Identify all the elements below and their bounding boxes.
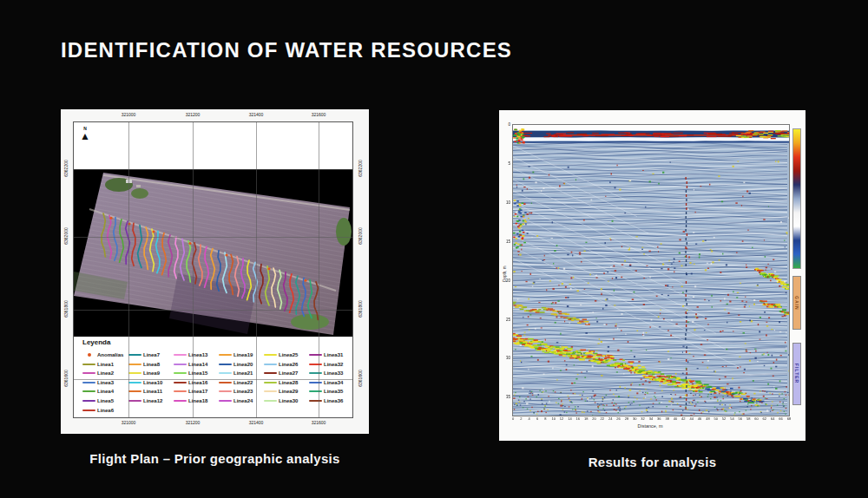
legend-swatch (88, 353, 91, 357)
map-ytick-right: 6361600 (358, 365, 363, 391)
legend-label: Linea30 (279, 398, 298, 403)
legend-title: Leyenda (82, 338, 110, 346)
radar-ytick: 0 (501, 122, 510, 127)
legend-swatch (219, 372, 232, 374)
legend-label: Linea24 (233, 398, 253, 403)
legend-label: Linea9 (143, 370, 160, 376)
legend-swatch (264, 372, 277, 374)
legend-label: Linea13 (188, 352, 207, 357)
legend-item: Linea23 (219, 389, 253, 394)
legend-label: Linea23 (233, 389, 253, 394)
legend-item: Linea26 (264, 362, 298, 367)
legend-item: Linea32 (309, 362, 343, 367)
radargram: Depth, m Distance, m GAIN FILTER 0510152… (499, 110, 806, 441)
legend-swatch (174, 372, 187, 374)
legend-swatch (128, 382, 141, 383)
legend-item: Linea9 (128, 370, 160, 376)
legend-item: Linea5 (82, 398, 114, 403)
legend-swatch (82, 390, 95, 392)
legend-item: Linea12 (128, 398, 162, 403)
map-gridline-v (193, 121, 194, 418)
legend-label: Linea16 (188, 380, 207, 385)
map-xtick-bottom: 321200 (175, 420, 210, 425)
map-gridline-v (128, 121, 129, 418)
legend-swatch (128, 364, 141, 365)
legend-swatch (128, 400, 141, 402)
legend-swatch (309, 372, 322, 374)
right-caption: Results for analysis (499, 455, 806, 469)
map-xtick-bottom: 321600 (301, 420, 336, 425)
legend-label: Linea4 (97, 389, 114, 394)
radar-ytick: 10 (501, 200, 510, 205)
legend-item: Linea14 (174, 362, 207, 367)
legend-item: Linea16 (174, 380, 207, 385)
legend-item: Linea19 (219, 352, 253, 357)
legend-item: Linea25 (264, 352, 298, 357)
legend-swatch (219, 400, 232, 402)
legend-label: Linea26 (279, 362, 298, 367)
legend-item: Linea2 (82, 370, 114, 376)
radar-plot (512, 124, 790, 416)
legend-swatch (219, 390, 232, 392)
legend-item: Linea15 (174, 370, 207, 376)
legend-label: Linea3 (97, 380, 114, 385)
legend-item: Linea20 (219, 362, 253, 367)
legend-item: Linea11 (128, 389, 162, 394)
legend-label: Linea10 (143, 380, 162, 385)
legend-swatch (128, 390, 141, 392)
legend-item: Linea22 (219, 380, 253, 385)
gain-button: GAIN (792, 276, 801, 330)
legend-item: Linea4 (82, 389, 114, 394)
map-gridline-v (256, 121, 257, 418)
map-ytick-right: 6361800 (358, 296, 363, 322)
slide-title: IDENTIFICATION OF WATER RESOURCES (61, 38, 512, 62)
radar-ytick: 5 (501, 161, 510, 166)
legend-item: Linea21 (219, 370, 253, 376)
legend-label: Linea28 (279, 380, 298, 385)
legend-swatch (174, 354, 187, 356)
legend-swatch (82, 372, 95, 374)
legend-swatch (82, 382, 95, 383)
anomaly-dot (188, 242, 191, 245)
map-ytick-right: 6362200 (358, 155, 363, 181)
map-gridline-h (73, 379, 353, 380)
radar-ytick: 15 (501, 239, 510, 244)
trees-topleft-2 (131, 188, 148, 199)
map-xtick-top: 321200 (175, 112, 210, 117)
legend-item: Anomalías (82, 352, 123, 357)
legend-item: Linea18 (174, 398, 207, 403)
radar-x-axis-label: Distance, m (512, 423, 788, 429)
anomaly-dot (152, 230, 155, 233)
north-arrow-icon: N ▲ (80, 127, 90, 141)
legend-label: Linea31 (324, 352, 343, 357)
amplitude-colorbar (792, 128, 801, 269)
legend-item: Linea27 (264, 370, 298, 376)
legend-label: Linea14 (188, 362, 207, 367)
filter-button: FILTER (792, 343, 801, 405)
legend-swatch (174, 382, 187, 383)
green-bottomright (291, 314, 329, 330)
legend-item: Linea13 (174, 352, 207, 357)
legend-label: Linea32 (324, 362, 343, 367)
radar-ytick: 35 (501, 395, 510, 399)
legend-item: Linea3 (82, 380, 114, 385)
anomaly-dot (109, 217, 112, 220)
building-2 (136, 185, 141, 187)
radar-canvas (513, 125, 789, 416)
legend-item: Linea29 (264, 389, 298, 394)
legend-item: Linea34 (309, 380, 343, 385)
north-arrow-glyph: ▲ (80, 131, 90, 141)
legend-swatch (309, 364, 322, 365)
legend-label: Anomalías (97, 352, 123, 357)
legend-label: Linea36 (324, 398, 343, 403)
legend-item: Linea7 (128, 352, 160, 357)
aerial-photo (74, 169, 352, 337)
legend-item: Linea35 (309, 389, 343, 394)
legend-item: Linea10 (128, 380, 162, 385)
aerial-photo-svg (74, 169, 352, 337)
map-ytick-left: 6361600 (63, 365, 69, 391)
legend-label: Linea35 (324, 389, 343, 394)
map-ytick-right: 6362000 (358, 223, 363, 249)
legend-swatch (309, 390, 322, 392)
radar-y-axis-label: Depth, m (503, 248, 507, 300)
